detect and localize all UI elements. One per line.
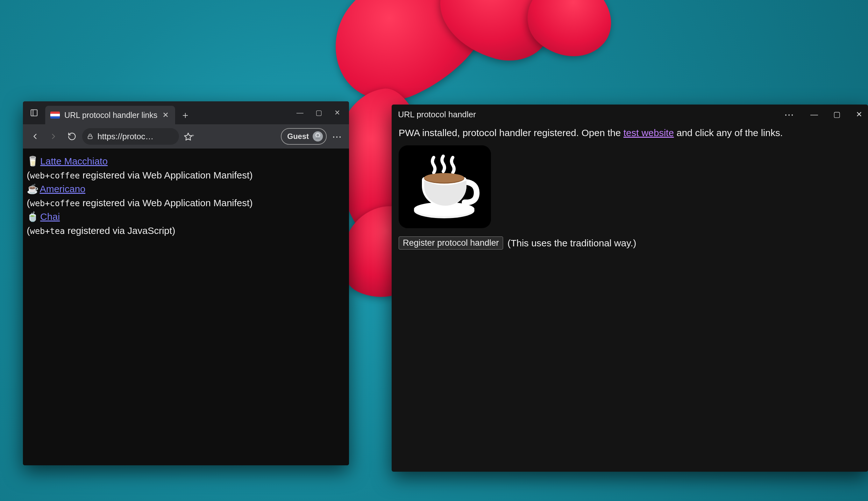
close-button[interactable]: ✕	[334, 109, 340, 117]
status-text: PWA installed, protocol handler register…	[399, 127, 861, 138]
app-icon	[399, 145, 491, 228]
browser-titlebar[interactable]: URL protocol handler links ✕ ＋ — ▢ ✕	[23, 102, 349, 124]
page-content: 🥛 Latte Macchiato (web+coffee registered…	[23, 149, 349, 465]
pwa-content: PWA installed, protocol handler register…	[392, 124, 868, 253]
list-item: 🥛 Latte Macchiato	[27, 154, 345, 168]
register-row: Register protocol handler (This uses the…	[399, 236, 861, 249]
browser-tab-active[interactable]: URL protocol handler links ✕	[45, 106, 175, 124]
drink-emoji-icon: 🍵	[27, 210, 37, 224]
pwa-titlebar[interactable]: URL protocol handler ⋯ — ▢ ✕	[392, 105, 868, 124]
tab-strip: URL protocol handler links ✕ ＋	[45, 102, 293, 124]
window-controls: ⋯ — ▢ ✕	[784, 109, 862, 120]
via-text: registered via Web Application Manifest)	[80, 170, 253, 180]
site-info-icon[interactable]	[87, 133, 94, 140]
tab-actions-button[interactable]	[23, 102, 45, 124]
pwa-window: URL protocol handler ⋯ — ▢ ✕ PWA install…	[392, 105, 868, 472]
favorites-button[interactable]: ⁺	[181, 128, 197, 145]
status-text-part: and click any of the links.	[674, 127, 783, 138]
link-americano[interactable]: Americano	[40, 183, 85, 194]
list-item-subtext: (web+tea registered via JavaScript)	[27, 224, 345, 238]
protocol-name: web+coffee	[30, 171, 80, 180]
profile-button[interactable]: Guest	[281, 128, 327, 145]
minimize-button[interactable]: —	[296, 109, 304, 117]
link-test-website[interactable]: test website	[624, 127, 674, 138]
maximize-button[interactable]: ▢	[833, 110, 840, 119]
tab-title: URL protocol handler links	[64, 110, 157, 120]
via-text: registered via JavaScript)	[65, 225, 175, 236]
app-menu-button[interactable]: ⋯	[784, 109, 795, 120]
profile-label: Guest	[287, 132, 309, 141]
address-text: https://protoc…	[97, 132, 153, 141]
maximize-button[interactable]: ▢	[316, 109, 322, 117]
window-controls: — ▢ ✕	[293, 102, 349, 124]
status-text-part: PWA installed, protocol handler register…	[399, 127, 624, 138]
drink-emoji-icon: 🥛	[27, 154, 37, 168]
minimize-button[interactable]: —	[810, 110, 818, 119]
svg-point-4	[317, 134, 319, 136]
back-button[interactable]	[27, 128, 43, 145]
protocol-name: web+tea	[30, 226, 65, 236]
avatar-icon	[313, 131, 323, 141]
forward-button[interactable]	[45, 128, 62, 145]
list-item: ☕ Americano	[27, 182, 345, 196]
svg-rect-0	[31, 110, 37, 116]
list-item-subtext: (web+coffee registered via Web Applicati…	[27, 168, 345, 182]
register-note: (This uses the traditional way.)	[507, 238, 637, 248]
address-bar[interactable]: https://protoc…	[82, 128, 179, 145]
refresh-button[interactable]	[64, 128, 80, 145]
new-tab-button[interactable]: ＋	[178, 107, 193, 123]
via-text: registered via Web Application Manifest)	[80, 198, 253, 208]
list-item: 🍵 Chai	[27, 210, 345, 224]
protocol-name: web+coffee	[30, 199, 80, 208]
svg-marker-3	[184, 133, 192, 140]
svg-point-8	[424, 173, 464, 183]
more-menu-button[interactable]: ⋯	[329, 128, 345, 145]
browser-window: URL protocol handler links ✕ ＋ — ▢ ✕ htt…	[23, 102, 349, 465]
register-protocol-button[interactable]: Register protocol handler	[399, 236, 503, 249]
tab-favicon	[50, 111, 60, 119]
tab-close-button[interactable]: ✕	[162, 110, 169, 119]
list-item-subtext: (web+coffee registered via Web Applicati…	[27, 196, 345, 210]
browser-toolbar: https://protoc… ⁺ Guest ⋯	[23, 124, 349, 149]
pwa-title: URL protocol handler	[398, 110, 476, 119]
drink-emoji-icon: ☕	[27, 182, 37, 196]
link-latte-macchiato[interactable]: Latte Macchiato	[40, 156, 108, 166]
close-button[interactable]: ✕	[856, 110, 862, 119]
svg-rect-2	[88, 136, 92, 139]
link-chai[interactable]: Chai	[40, 211, 60, 222]
